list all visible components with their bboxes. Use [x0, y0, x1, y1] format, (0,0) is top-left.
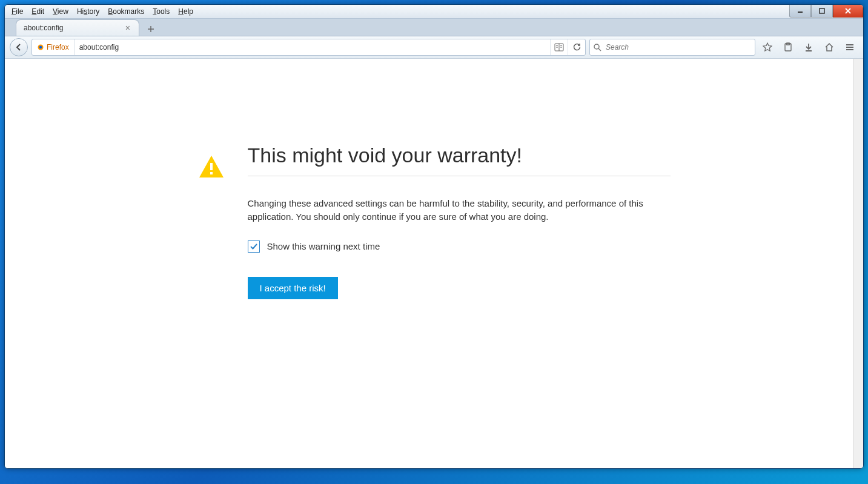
back-button[interactable] — [10, 38, 28, 56]
identity-label: Firefox — [47, 43, 69, 51]
menu-tools[interactable]: Tools — [148, 6, 174, 17]
check-icon — [250, 242, 258, 251]
warning-icon — [198, 154, 225, 299]
window-minimize-button[interactable] — [789, 5, 811, 18]
divider — [248, 176, 671, 176]
svg-rect-15 — [210, 163, 213, 170]
vertical-scrollbar[interactable] — [853, 59, 863, 468]
arrow-left-icon — [15, 43, 23, 51]
menubar: File Edit View History Bookmarks Tools H… — [5, 5, 863, 19]
browser-window: File Edit View History Bookmarks Tools H… — [4, 4, 864, 469]
menu-file[interactable]: File — [7, 6, 27, 17]
svg-rect-1 — [820, 8, 824, 13]
reload-button[interactable] — [568, 39, 585, 55]
warning-body: This might void your warranty! Changing … — [248, 144, 671, 299]
show-warning-label: Show this warning next time — [267, 241, 380, 251]
svg-line-11 — [598, 48, 601, 51]
identity-box[interactable]: Firefox — [32, 39, 75, 55]
menu-bookmarks[interactable]: Bookmarks — [104, 6, 148, 17]
window-maximize-button[interactable] — [811, 5, 833, 18]
home-button[interactable] — [821, 39, 838, 56]
reload-icon — [572, 43, 581, 51]
svg-rect-16 — [210, 172, 213, 174]
search-icon — [590, 44, 605, 51]
url-text: about:config — [75, 43, 550, 51]
browser-tab[interactable]: about:config × — [16, 19, 139, 36]
svg-point-3 — [39, 46, 42, 49]
url-bar[interactable]: Firefox about:config — [31, 39, 586, 56]
warning-text: Changing these advanced settings can be … — [248, 197, 671, 224]
firefox-icon — [37, 44, 44, 51]
reader-mode-button[interactable] — [550, 39, 568, 55]
window-controls — [789, 5, 863, 18]
plus-icon — [147, 25, 154, 33]
home-icon — [824, 42, 834, 52]
reader-icon — [554, 43, 564, 51]
svg-point-10 — [594, 44, 599, 49]
show-warning-checkbox[interactable] — [248, 240, 260, 253]
menu-history[interactable]: History — [73, 6, 104, 17]
tab-strip: about:config × — [5, 19, 863, 36]
menu-button[interactable] — [841, 39, 858, 56]
content-area: This might void your warranty! Changing … — [5, 59, 863, 468]
menu-edit[interactable]: Edit — [27, 6, 48, 17]
accept-risk-button[interactable]: I accept the risk! — [248, 277, 338, 299]
warning-title: This might void your warranty! — [248, 144, 671, 167]
menu-view[interactable]: View — [48, 6, 73, 17]
bookmark-star-button[interactable] — [759, 39, 776, 56]
download-icon — [804, 42, 813, 52]
tab-title: about:config — [24, 24, 63, 32]
downloads-button[interactable] — [800, 39, 817, 56]
new-tab-button[interactable] — [143, 22, 159, 36]
search-input[interactable] — [605, 42, 755, 52]
hamburger-icon — [845, 42, 855, 52]
search-bar[interactable] — [589, 39, 755, 56]
warning-page: This might void your warranty! Changing … — [198, 144, 671, 299]
show-warning-checkbox-row[interactable]: Show this warning next time — [248, 240, 671, 253]
menu-help[interactable]: Help — [174, 6, 197, 17]
star-icon — [763, 42, 772, 52]
clipboard-icon — [783, 42, 793, 52]
nav-toolbar: Firefox about:config — [5, 36, 863, 59]
tab-close-button[interactable]: × — [123, 23, 133, 33]
window-close-button[interactable] — [833, 5, 863, 18]
library-button[interactable] — [780, 39, 797, 56]
